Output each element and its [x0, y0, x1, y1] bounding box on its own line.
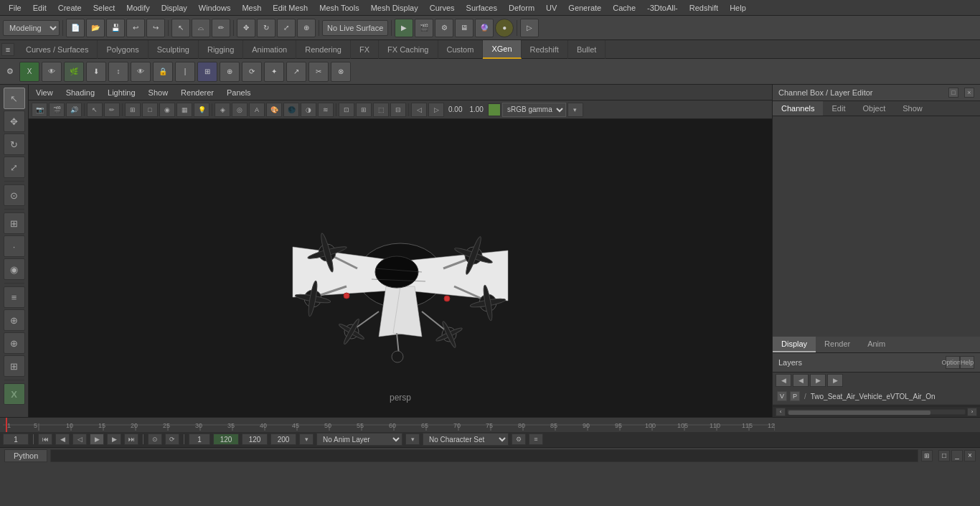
tc-char-set-btn[interactable]: ⚙: [512, 434, 526, 445]
disp-tab-display[interactable]: Display: [773, 337, 816, 352]
paint-sel-btn[interactable]: ✏: [212, 19, 230, 37]
tc-key-btn[interactable]: ⊙: [148, 434, 162, 445]
ipr-btn[interactable]: 🎬: [415, 19, 433, 37]
tab-fx[interactable]: FX: [351, 40, 379, 59]
xgen-btn-1[interactable]: X: [19, 62, 39, 82]
vp-color-space-select[interactable]: sRGB gamma Linear: [502, 103, 566, 117]
tab-curves-surfaces[interactable]: Curves / Surfaces: [17, 40, 98, 59]
menu-mesh-display[interactable]: Mesh Display: [365, 2, 424, 14]
render-region-btn[interactable]: ⊞: [4, 355, 25, 377]
vp-xray-btn[interactable]: ◎: [232, 103, 248, 117]
layer-playback-btn[interactable]: P: [790, 391, 800, 401]
xgen-btn-9[interactable]: ⊞: [197, 62, 217, 82]
render-view-btn[interactable]: ●: [495, 19, 514, 37]
universal-btn[interactable]: ⊕: [297, 19, 316, 37]
redo-btn[interactable]: ↪: [146, 19, 165, 37]
xgen-logo-btn[interactable]: X: [4, 383, 25, 405]
range-end-input[interactable]: [213, 434, 239, 445]
layers-help-btn[interactable]: Help: [960, 356, 974, 369]
move-tool-btn[interactable]: ✥: [4, 111, 25, 132]
xgen-btn-4[interactable]: ⬇: [86, 62, 106, 82]
vp-extra-2[interactable]: ▷: [428, 103, 444, 117]
undo-btn[interactable]: ↩: [126, 19, 145, 37]
render-settings-btn[interactable]: ⚙: [435, 19, 453, 37]
tc-anim-layer-menu-btn[interactable]: ▾: [405, 434, 420, 445]
xgen-settings-btn[interactable]: ⚙: [3, 62, 17, 82]
menu-modify[interactable]: Modify: [121, 2, 155, 14]
render-sequence-btn[interactable]: 🖥: [455, 19, 473, 37]
vp-menu-shading[interactable]: Shading: [62, 87, 99, 98]
lasso-btn[interactable]: ⌓: [192, 19, 210, 37]
menu-curves[interactable]: Curves: [424, 2, 461, 14]
menu-windows[interactable]: Windows: [193, 2, 237, 14]
window-bg-btn[interactable]: □: [938, 450, 950, 462]
range-end2-input[interactable]: [242, 434, 268, 445]
xgen-btn-2[interactable]: 👁: [42, 62, 62, 82]
xgen-btn-12[interactable]: ✦: [264, 62, 284, 82]
tc-char-set-prefs-btn[interactable]: ≡: [529, 434, 543, 445]
ch-tab-edit[interactable]: Edit: [823, 101, 854, 116]
live-surface-btn[interactable]: No Live Surface: [322, 20, 388, 36]
menu-3dtool[interactable]: -3DtoAll-: [641, 2, 684, 14]
ch-tab-show[interactable]: Show: [894, 101, 931, 116]
layer-item[interactable]: V P / Two_Seat_Air_Vehicle_eVTOL_Air_On: [773, 388, 980, 405]
layers-options-btn[interactable]: Options: [946, 356, 960, 369]
menu-file[interactable]: File: [3, 2, 27, 14]
anim-layer-select[interactable]: No Anim Layer: [316, 433, 402, 446]
tab-bullet[interactable]: Bullet: [568, 40, 606, 59]
panel-maximize-btn[interactable]: □: [948, 88, 958, 98]
menu-cache[interactable]: Cache: [607, 2, 641, 14]
menu-redshift[interactable]: Redshift: [684, 2, 724, 14]
select-btn[interactable]: ↖: [171, 19, 190, 37]
vp-film-btn[interactable]: 🎬: [49, 103, 65, 117]
snap-grid-btn[interactable]: ⊞: [4, 212, 25, 234]
layer-back-btn[interactable]: ◀: [793, 374, 809, 387]
vp-grid-btn[interactable]: ⊞: [125, 103, 141, 117]
menu-mesh[interactable]: Mesh: [236, 2, 267, 14]
menu-edit[interactable]: Edit: [27, 2, 52, 14]
vp-motion-blur-btn[interactable]: ≋: [318, 103, 334, 117]
tab-sculpting[interactable]: Sculpting: [149, 40, 199, 59]
layer-fwd-btn[interactable]: ▶: [810, 374, 826, 387]
extra-btn-1[interactable]: ▷: [520, 19, 539, 37]
char-set-select[interactable]: No Character Set: [423, 433, 509, 446]
menu-surfaces[interactable]: Surfaces: [461, 2, 503, 14]
window-minimize-btn[interactable]: _: [951, 450, 963, 462]
vp-aa-btn[interactable]: A: [249, 103, 265, 117]
rotate-btn[interactable]: ↻: [257, 19, 275, 37]
vp-menu-renderer[interactable]: Renderer: [176, 87, 218, 98]
save-scene-btn[interactable]: 💾: [106, 19, 125, 37]
tab-fx-caching[interactable]: FX Caching: [379, 40, 438, 59]
vp-snap-btn[interactable]: ⊞: [356, 103, 372, 117]
vp-resolution-btn[interactable]: ⬚: [373, 103, 389, 117]
python-expand-btn[interactable]: ⊞: [921, 450, 933, 462]
tab-rendering[interactable]: Rendering: [296, 40, 351, 59]
menu-help[interactable]: Help: [724, 2, 752, 14]
vp-camera-btn[interactable]: 📷: [32, 103, 47, 117]
tc-step-back-btn[interactable]: ◀: [55, 434, 70, 445]
vp-frame-btn[interactable]: ⊡: [339, 103, 354, 117]
xgen-btn-8[interactable]: |: [175, 62, 195, 82]
disp-tab-anim[interactable]: Anim: [859, 337, 894, 352]
menu-create[interactable]: Create: [52, 2, 88, 14]
max-frame-input[interactable]: [270, 434, 296, 445]
vp-shadow-btn[interactable]: 🌑: [283, 103, 299, 117]
menu-generate[interactable]: Generate: [562, 2, 607, 14]
soft-sel-btn[interactable]: ⊙: [4, 184, 25, 206]
snap-view-btn[interactable]: ◉: [4, 258, 25, 280]
ch-tab-object[interactable]: Object: [854, 101, 894, 116]
tab-polygons[interactable]: Polygons: [98, 40, 148, 59]
tab-xgen[interactable]: XGen: [483, 40, 521, 59]
scale-tool-btn[interactable]: ⤢: [4, 156, 25, 178]
window-close-btn[interactable]: ×: [964, 450, 976, 462]
xgen-btn-11[interactable]: ⟳: [242, 62, 262, 82]
vp-wireframe-btn[interactable]: □: [142, 103, 158, 117]
open-scene-btn[interactable]: 📂: [86, 19, 105, 37]
vp-texture-btn[interactable]: ▦: [176, 103, 192, 117]
vp-extra-1[interactable]: ◁: [411, 103, 427, 117]
layer-end-btn[interactable]: ▶: [827, 374, 843, 387]
xgen-btn-10[interactable]: ⊕: [220, 62, 240, 82]
xgen-btn-3[interactable]: 🌿: [64, 62, 84, 82]
menu-mesh-tools[interactable]: Mesh Tools: [314, 2, 364, 14]
tc-ff-btn[interactable]: ⏭: [124, 434, 138, 445]
